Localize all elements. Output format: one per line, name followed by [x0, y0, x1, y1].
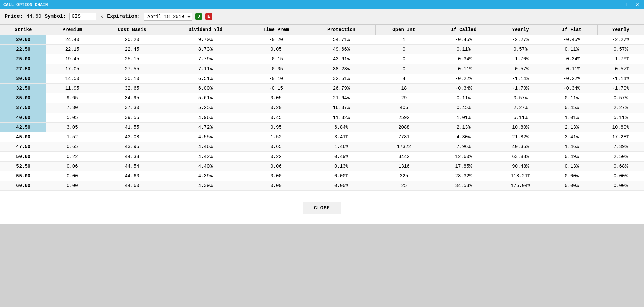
cell-yearly1: 40.35% — [495, 142, 546, 152]
cell-timePrem: 0.00 — [245, 171, 307, 181]
cell-divYld: 8.73% — [166, 45, 245, 54]
cell-ifCalled: 0.11% — [432, 45, 495, 54]
restore-button[interactable]: ❐ — [625, 2, 632, 7]
expiration-select[interactable]: April 18 2019 — [144, 13, 192, 21]
cell-strike[interactable]: 52.50 — [0, 162, 46, 171]
cell-protection: 16.37% — [307, 103, 375, 113]
table-row: 52.500.0644.544.40%0.060.13%131617.85%90… — [0, 162, 644, 171]
badge-d[interactable]: D — [195, 13, 202, 20]
cell-yearly2: 2.27% — [598, 103, 644, 113]
cell-protection: 38.23% — [307, 64, 375, 74]
cell-strike[interactable]: 30.00 — [0, 74, 46, 84]
cell-openInt: 25 — [375, 181, 432, 191]
title-bar-controls: — ❐ ✕ — [615, 2, 641, 7]
clear-symbol-button[interactable]: × — [100, 14, 104, 19]
cell-protection: 21.64% — [307, 93, 375, 103]
cell-timePrem: -0.05 — [245, 64, 307, 74]
cell-costBasis: 22.45 — [98, 45, 166, 54]
cell-strike[interactable]: 50.00 — [0, 152, 46, 162]
cell-ifFlat: -0.22% — [546, 74, 598, 84]
cell-premium: 0.06 — [46, 162, 98, 171]
col-header-7: If Called — [432, 25, 495, 35]
cell-ifFlat: 0.00% — [546, 181, 598, 191]
cell-strike[interactable]: 20.00 — [0, 35, 46, 45]
cell-costBasis: 30.10 — [98, 74, 166, 84]
cell-openInt: 406 — [375, 103, 432, 113]
cell-premium: 9.65 — [46, 93, 98, 103]
cell-protection: 0.00% — [307, 171, 375, 181]
expiration-label: Expiration: — [107, 14, 140, 19]
cell-timePrem: 1.52 — [245, 132, 307, 142]
footer: CLOSE — [0, 191, 644, 224]
cell-strike[interactable]: 27.50 — [0, 64, 46, 74]
cell-ifFlat: 0.11% — [546, 45, 598, 54]
cell-strike[interactable]: 40.00 — [0, 113, 46, 123]
cell-ifCalled: 7.96% — [432, 142, 495, 152]
cell-ifCalled: 2.13% — [432, 123, 495, 132]
price-value: 44.60 — [26, 14, 41, 19]
cell-costBasis: 25.15 — [98, 54, 166, 64]
cell-ifFlat: -0.45% — [546, 35, 598, 45]
cell-protection: 32.51% — [307, 74, 375, 84]
cell-yearly2: 5.11% — [598, 113, 644, 123]
cell-ifFlat: 3.41% — [546, 132, 598, 142]
cell-divYld: 5.25% — [166, 103, 245, 113]
cell-yearly1: 21.82% — [495, 132, 546, 142]
cell-ifFlat: 0.13% — [546, 162, 598, 171]
cell-strike[interactable]: 47.50 — [0, 142, 46, 152]
cell-strike[interactable]: 42.50 — [0, 123, 46, 132]
cell-openInt: 0 — [375, 45, 432, 54]
table-body: 20.0024.4020.209.70%-0.2054.71%1-0.45%-2… — [0, 35, 644, 191]
cell-divYld: 6.51% — [166, 74, 245, 84]
cell-premium: 19.45 — [46, 54, 98, 64]
badge-e[interactable]: E — [205, 13, 212, 20]
cell-timePrem: 0.00 — [245, 181, 307, 191]
cell-yearly2: 0.00% — [598, 171, 644, 181]
close-window-button[interactable]: ✕ — [634, 2, 641, 7]
cell-strike[interactable]: 32.50 — [0, 84, 46, 93]
cell-timePrem: -0.15 — [245, 54, 307, 64]
table-header: StrikePremiumCost BasisDividend YldTime … — [0, 25, 644, 35]
col-header-10: Yearly — [598, 25, 644, 35]
cell-strike[interactable]: 60.00 — [0, 181, 46, 191]
cell-ifFlat: 0.45% — [546, 103, 598, 113]
cell-ifCalled: -0.34% — [432, 54, 495, 64]
cell-strike[interactable]: 45.00 — [0, 132, 46, 142]
minimize-button[interactable]: — — [615, 2, 623, 7]
cell-premium: 1.52 — [46, 132, 98, 142]
cell-ifFlat: -0.11% — [546, 64, 598, 74]
cell-strike[interactable]: 25.00 — [0, 54, 46, 64]
cell-strike[interactable]: 22.50 — [0, 45, 46, 54]
cell-yearly2: 0.00% — [598, 181, 644, 191]
cell-costBasis: 39.55 — [98, 113, 166, 123]
cell-costBasis: 20.20 — [98, 35, 166, 45]
cell-strike[interactable]: 37.50 — [0, 103, 46, 113]
cell-yearly1: 63.88% — [495, 152, 546, 162]
cell-openInt: 29 — [375, 93, 432, 103]
cell-divYld: 4.55% — [166, 132, 245, 142]
cell-ifCalled: 0.11% — [432, 93, 495, 103]
close-button[interactable]: CLOSE — [303, 202, 341, 214]
table-row: 25.0019.4525.157.79%-0.1543.61%0-0.34%-1… — [0, 54, 644, 64]
col-header-1: Premium — [46, 25, 98, 35]
cell-yearly1: 0.57% — [495, 45, 546, 54]
cell-timePrem: -0.15 — [245, 84, 307, 93]
col-header-4: Time Prem — [245, 25, 307, 35]
cell-openInt: 18 — [375, 84, 432, 93]
cell-yearly2: 0.57% — [598, 45, 644, 54]
cell-divYld: 7.11% — [166, 64, 245, 74]
cell-ifCalled: 0.45% — [432, 103, 495, 113]
cell-ifFlat: -0.34% — [546, 84, 598, 93]
table-row: 35.009.6534.955.61%0.0521.64%290.11%0.57… — [0, 93, 644, 103]
cell-strike[interactable]: 35.00 — [0, 93, 46, 103]
cell-yearly2: 0.57% — [598, 93, 644, 103]
cell-premium: 11.95 — [46, 84, 98, 93]
cell-yearly2: 0.68% — [598, 162, 644, 171]
cell-timePrem: 0.05 — [245, 45, 307, 54]
cell-ifCalled: 12.60% — [432, 152, 495, 162]
cell-strike[interactable]: 55.00 — [0, 171, 46, 181]
cell-ifFlat: 0.49% — [546, 152, 598, 162]
col-header-2: Cost Basis — [98, 25, 166, 35]
cell-premium: 0.00 — [46, 181, 98, 191]
symbol-input[interactable] — [69, 13, 96, 20]
